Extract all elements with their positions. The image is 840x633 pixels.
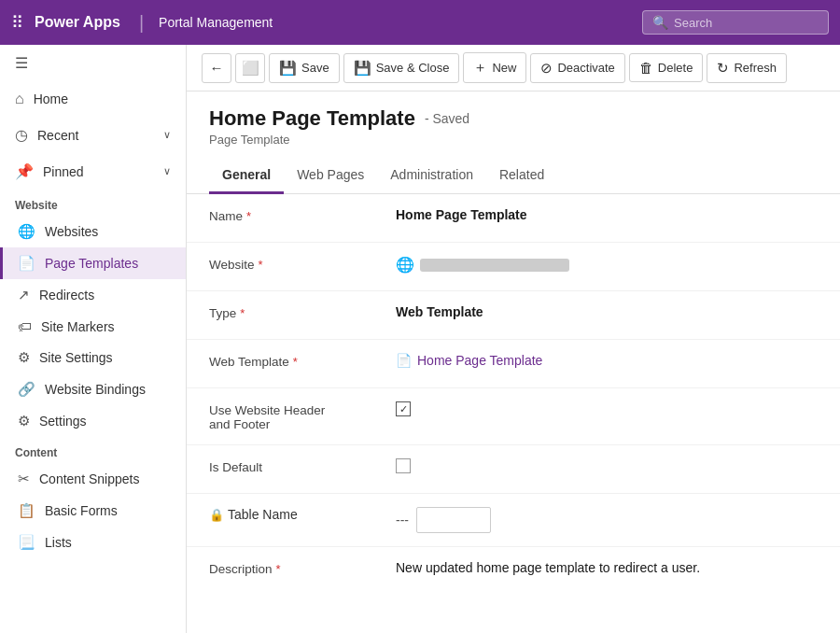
module-name: Portal Management: [159, 15, 273, 30]
restore-button[interactable]: ⬜: [235, 53, 265, 83]
toolbar: ← ⬜ 💾 Save 💾 Save & Close ＋ New ⊘ Deacti…: [187, 45, 840, 91]
save-icon: 💾: [279, 60, 297, 77]
tab-related[interactable]: Related: [486, 158, 557, 194]
lists-icon: 📃: [18, 534, 35, 551]
deactivate-icon: ⊘: [540, 60, 553, 77]
form-row-is-default: Is Default: [187, 445, 840, 494]
label-web-template: Web Template*: [209, 353, 396, 369]
sidebar-item-site-settings[interactable]: ⚙ Site Settings: [0, 342, 186, 373]
tab-general[interactable]: General: [209, 158, 284, 194]
sidebar-item-menu[interactable]: ☰: [0, 45, 186, 81]
value-website: 🌐: [396, 256, 818, 274]
table-name-input-box[interactable]: [416, 507, 491, 533]
sidebar-item-basic-forms[interactable]: 📋 Basic Forms: [0, 495, 186, 527]
chevron-down-icon: ∨: [163, 165, 171, 177]
marker-icon: 🏷: [18, 318, 32, 334]
sidebar-item-label: Basic Forms: [45, 503, 118, 518]
value-name: Home Page Template: [396, 207, 818, 222]
sidebar-item-label: Page Templates: [45, 256, 138, 271]
tab-web-pages[interactable]: Web Pages: [284, 158, 377, 194]
sidebar-item-label: Content Snippets: [39, 471, 139, 486]
value-web-template[interactable]: 📄 Home Page Template: [396, 353, 818, 368]
sidebar-item-settings[interactable]: ⚙ Settings: [0, 405, 186, 437]
sidebar-section-content: Content: [0, 437, 186, 463]
pin-icon: 📌: [15, 162, 34, 180]
save-close-button[interactable]: 💾 Save & Close: [343, 53, 460, 83]
sidebar-item-page-templates[interactable]: 📄 Page Templates: [0, 247, 186, 279]
label-header-footer: Use Website Header and Footer: [209, 401, 396, 431]
sidebar-item-label: Website Bindings: [45, 382, 146, 397]
web-template-link[interactable]: Home Page Template: [417, 353, 818, 368]
search-icon: 🔍: [652, 15, 668, 30]
sidebar-item-home[interactable]: ⌂ Home: [0, 81, 186, 117]
topbar-divider: |: [139, 12, 144, 34]
sidebar-item-label: Pinned: [43, 164, 84, 179]
sidebar-item-label: Site Settings: [39, 350, 113, 365]
search-input[interactable]: [674, 16, 819, 30]
sidebar-item-content-snippets[interactable]: ✂ Content Snippets: [0, 463, 186, 495]
sidebar-item-label: Site Markers: [41, 319, 115, 334]
page-subtitle: Page Template: [209, 133, 818, 147]
page-template-icon: 📄: [18, 255, 35, 272]
save-close-icon: 💾: [354, 60, 371, 77]
chevron-down-icon: ∨: [163, 129, 171, 141]
tabs-bar: General Web Pages Administration Related: [187, 158, 840, 194]
sidebar-item-pinned[interactable]: 📌 Pinned ∨: [0, 153, 186, 190]
plus-icon: ＋: [473, 59, 487, 77]
refresh-button[interactable]: ↻ Refresh: [707, 53, 787, 83]
table-name-dashes: ---: [396, 513, 409, 528]
value-is-default: [396, 458, 818, 473]
label-description: Description*: [209, 560, 396, 576]
sidebar-item-redirects[interactable]: ↗ Redirects: [0, 279, 186, 311]
home-icon: ⌂: [15, 91, 24, 107]
value-table-name: ---: [396, 507, 818, 533]
page-title: Home Page Template: [209, 106, 415, 131]
new-button[interactable]: ＋ New: [463, 52, 526, 83]
save-button[interactable]: 💾 Save: [269, 53, 340, 83]
globe-icon: 🌐: [18, 223, 35, 240]
gear-icon: ⚙: [18, 413, 30, 429]
checkbox-is-default[interactable]: [396, 458, 411, 473]
binding-icon: 🔗: [18, 381, 35, 398]
form-row-description: Description* New updated home page templ…: [187, 547, 840, 596]
form-row-header-footer: Use Website Header and Footer: [187, 388, 840, 445]
sidebar-item-website-bindings[interactable]: 🔗 Website Bindings: [0, 373, 186, 405]
delete-button[interactable]: 🗑 Delete: [629, 53, 704, 82]
app-name: Power Apps: [35, 14, 120, 31]
back-button[interactable]: ←: [202, 53, 231, 83]
forms-icon: 📋: [18, 502, 35, 519]
main-layout: ☰ ⌂ Home ◷ Recent ∨ 📌 Pinned ∨ Website 🌐…: [0, 45, 840, 633]
recent-icon: ◷: [15, 126, 28, 144]
snippets-icon: ✂: [18, 471, 30, 487]
globe-icon: 🌐: [396, 256, 414, 274]
redirect-icon: ↗: [18, 287, 30, 303]
sidebar-item-websites[interactable]: 🌐 Websites: [0, 216, 186, 247]
label-table-name: 🔒 Table Name: [209, 507, 396, 522]
topbar: ⠿ Power Apps | Portal Management 🔍: [0, 0, 840, 45]
value-header-footer: [396, 401, 818, 416]
sidebar-item-label: Redirects: [39, 288, 94, 302]
trash-icon: 🗑: [639, 60, 653, 76]
saved-badge: - Saved: [425, 111, 469, 126]
sidebar-item-label: Home: [34, 91, 68, 106]
sidebar-item-recent[interactable]: ◷ Recent ∨: [0, 117, 186, 153]
sidebar-item-site-markers[interactable]: 🏷 Site Markers: [0, 311, 186, 342]
sidebar: ☰ ⌂ Home ◷ Recent ∨ 📌 Pinned ∨ Website 🌐…: [0, 45, 187, 633]
sidebar-item-lists[interactable]: 📃 Lists: [0, 527, 186, 558]
form-row-web-template: Web Template* 📄 Home Page Template: [187, 340, 840, 388]
sidebar-item-label: Websites: [45, 224, 98, 239]
form-content: Name* Home Page Template Website* 🌐 Type…: [187, 194, 840, 633]
value-description: New updated home page template to redire…: [396, 560, 818, 575]
search-box[interactable]: 🔍: [642, 10, 829, 35]
form-row-type: Type* Web Template: [187, 291, 840, 340]
form-row-table-name: 🔒 Table Name ---: [187, 494, 840, 547]
form-row-website: Website* 🌐: [187, 243, 840, 291]
checkbox-header-footer[interactable]: [396, 401, 411, 416]
label-is-default: Is Default: [209, 458, 396, 474]
tab-administration[interactable]: Administration: [377, 158, 486, 194]
sidebar-item-label: Settings: [39, 414, 87, 429]
value-type: Web Template: [396, 304, 818, 319]
deactivate-button[interactable]: ⊘ Deactivate: [530, 53, 624, 83]
label-name: Name*: [209, 207, 396, 223]
grid-icon[interactable]: ⠿: [11, 12, 23, 33]
